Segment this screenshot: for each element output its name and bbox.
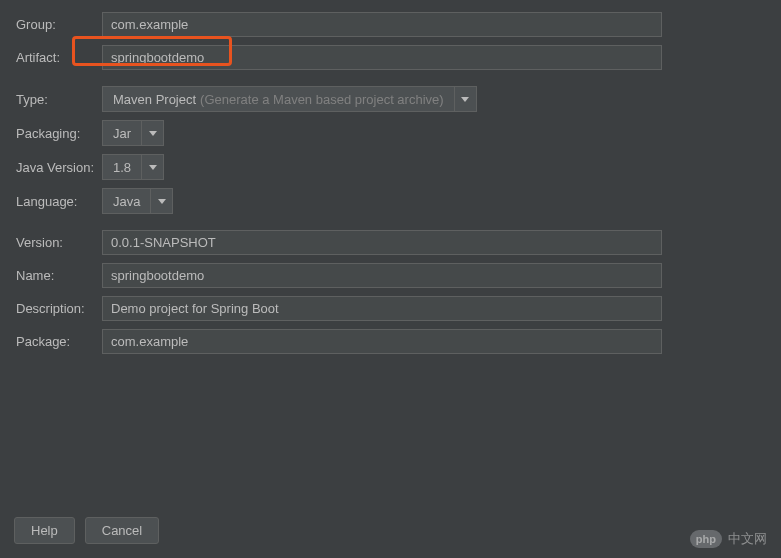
packaging-select[interactable]: Jar [102,120,164,146]
help-button[interactable]: Help [14,517,75,544]
chevron-down-icon [141,155,163,179]
version-label: Version: [14,235,102,250]
packaging-label: Packaging: [14,126,102,141]
group-input[interactable] [102,12,662,37]
artifact-input[interactable] [102,45,662,70]
name-label: Name: [14,268,102,283]
language-select[interactable]: Java [102,188,173,214]
language-label: Language: [14,194,102,209]
package-input[interactable] [102,329,662,354]
description-input[interactable] [102,296,662,321]
java-version-select[interactable]: 1.8 [102,154,164,180]
name-input[interactable] [102,263,662,288]
type-select[interactable]: Maven Project (Generate a Maven based pr… [102,86,477,112]
description-label: Description: [14,301,102,316]
package-label: Package: [14,334,102,349]
cancel-button[interactable]: Cancel [85,517,159,544]
group-label: Group: [14,17,102,32]
watermark-text: 中文网 [728,530,767,548]
chevron-down-icon [141,121,163,145]
watermark: php 中文网 [690,530,767,548]
watermark-badge: php [690,530,722,548]
java-version-value: 1.8 [113,160,131,175]
java-version-label: Java Version: [14,160,102,175]
artifact-label: Artifact: [14,50,102,65]
version-input[interactable] [102,230,662,255]
packaging-value: Jar [113,126,131,141]
chevron-down-icon [150,189,172,213]
language-value: Java [113,194,140,209]
type-value: Maven Project [113,92,196,107]
type-label: Type: [14,92,102,107]
chevron-down-icon [454,87,476,111]
type-hint: (Generate a Maven based project archive) [200,92,444,107]
